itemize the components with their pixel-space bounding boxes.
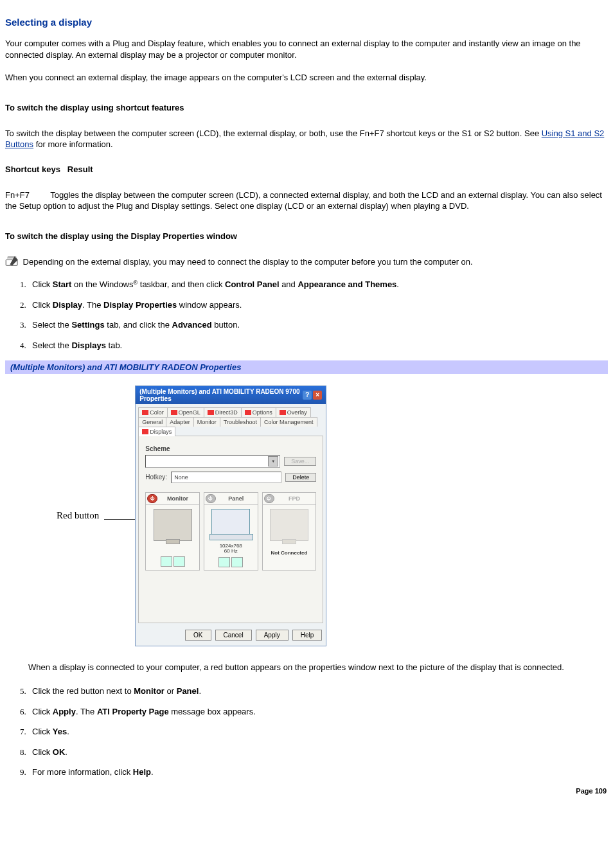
note-paragraph: Depending on the external display, you m… [5,256,608,268]
mini-btn-2[interactable] [173,556,185,567]
shortcut-body: To switch the display between the comput… [5,128,608,150]
step-5: Click the red button next to Monitor or … [28,686,608,697]
hotkey-input[interactable]: None [171,472,281,483]
red-toggle-monitor[interactable]: ⏻ [147,494,157,503]
tab-general[interactable]: General [138,417,166,427]
scheme-save-button[interactable]: Save... [284,457,316,466]
mini-btn-2[interactable] [231,557,243,567]
steps-list-b2: Click the red button next to Monitor or … [5,686,608,778]
page-number: Page 109 [5,787,608,795]
step-2: Click Display. The Display Properties wi… [28,299,608,311]
scheme-group: Scheme ▼ Save... Hotkey: None Delete [145,445,316,483]
subheading-display-props: To switch the display using the Display … [5,231,608,241]
step-4: Select the Displays tab. [28,340,608,351]
card-label-monitor: Monitor [157,495,198,502]
after-dialog-text: When a display is connected to your comp… [24,662,608,673]
dialog-figure: Red button (Multiple Monitors) and ATI M… [5,385,608,646]
shortcut-table: Shortcut keys Result [5,164,608,174]
note-pencil-icon [5,256,19,267]
section-title: Selecting a display [5,17,608,28]
mini-btn-1[interactable] [218,557,230,567]
tab-opengl[interactable]: OpenGL [167,407,204,417]
step-3: Select the Settings tab, and click the A… [28,319,608,331]
red-toggle-panel[interactable]: ⏻ [206,494,216,503]
subheading-shortcut: To switch the display using shortcut fea… [5,103,608,112]
step-6: Click Apply. The ATI Property Page messa… [28,706,608,718]
col-shortcut-keys: Shortcut keys [5,164,60,174]
shortcut-row: Fn+F7 Toggles the display between the co… [5,190,608,212]
step-7: Click Yes. [28,726,608,738]
tab-color[interactable]: Color [138,407,168,417]
tab-color-management[interactable]: Color Management [260,417,317,427]
titlebar-close-button[interactable]: × [313,391,322,400]
tab-direct3d[interactable]: Direct3D [204,407,242,417]
chevron-down-icon: ▼ [268,456,278,466]
dialog-ok-button[interactable]: OK [185,630,211,641]
ati-properties-dialog: (Multiple Monitors) and ATI MOBILITY RAD… [135,385,326,646]
tab-displays[interactable]: Displays [138,427,175,436]
card-label-fpd: FPD [274,495,315,502]
callout-red-button-label: Red button [57,510,99,521]
dialog-tabs: Color OpenGL Direct3D Options Overlay Ge… [136,404,326,436]
mini-btn-1[interactable] [161,556,172,567]
hotkey-label: Hotkey: [145,474,167,481]
display-card-monitor: ⏻ Monitor [145,492,200,571]
red-toggle-fpd[interactable]: ⏻ [264,494,274,503]
display-card-panel: ⏻ Panel 1024x768 60 Hz [204,492,258,571]
step-9: For more information, click Help. [28,766,608,778]
monitor-crt-icon [154,509,192,541]
steps-list-a: Click Start on the Windows® taskbar, and… [5,279,608,351]
dialog-button-row: OK Cancel Apply Help [136,626,326,646]
col-result: Result [67,164,93,174]
scheme-delete-button[interactable]: Delete [285,473,316,482]
ati-flag-icon [280,410,286,415]
ati-flag-icon [208,410,214,415]
step-8: Click OK. [28,747,608,758]
titlebar-help-button[interactable]: ? [303,391,312,400]
display-card-fpd: ⏻ FPD Not Connected [262,492,317,571]
shortcut-key: Fn+F7 [5,190,30,200]
scheme-select[interactable]: ▼ [145,455,280,468]
tab-troubleshoot[interactable]: Troubleshoot [220,417,261,427]
panel-resolution: 1024x768 60 Hz [220,544,242,555]
steps-list-b: When a display is connected to your comp… [5,662,608,673]
dialog-body: Scheme ▼ Save... Hotkey: None Delete ⏻ M… [138,436,323,623]
tab-overlay[interactable]: Overlay [276,407,311,417]
fpd-not-connected: Not Connected [271,550,307,556]
dialog-title-text: (Multiple Monitors) and ATI MOBILITY RAD… [139,388,303,402]
card-label-panel: Panel [216,495,256,502]
scheme-label: Scheme [145,445,316,452]
dialog-caption: (Multiple Monitors) and ATI MOBILITY RAD… [5,360,608,374]
callout-line [104,519,135,520]
dialog-help-button[interactable]: Help [292,630,323,641]
dialog-titlebar: (Multiple Monitors) and ATI MOBILITY RAD… [136,386,326,404]
tab-monitor[interactable]: Monitor [193,417,220,427]
panel-laptop-icon [211,509,250,536]
ati-flag-icon [171,410,177,415]
note-text: Depending on the external display, you m… [21,257,473,267]
intro-paragraph-2: When you connect an external display, th… [5,72,608,84]
dialog-apply-button[interactable]: Apply [256,630,289,641]
shortcut-pre: To switch the display between the comput… [5,128,542,138]
shortcut-result: Toggles the display between the computer… [5,190,602,211]
fpd-monitor-icon [270,509,308,541]
tab-options[interactable]: Options [241,407,276,417]
step-1: Click Start on the Windows® taskbar, and… [28,279,608,290]
dialog-cancel-button[interactable]: Cancel [215,630,252,641]
display-cards-row: ⏻ Monitor ⏻ Panel [145,492,316,571]
intro-paragraph-1: Your computer comes with a Plug and Disp… [5,38,608,60]
tab-adapter[interactable]: Adapter [166,417,194,427]
ati-flag-icon [142,429,148,434]
shortcut-post: for more information. [33,139,113,149]
ati-flag-icon [142,410,148,415]
ati-flag-icon [245,410,251,415]
